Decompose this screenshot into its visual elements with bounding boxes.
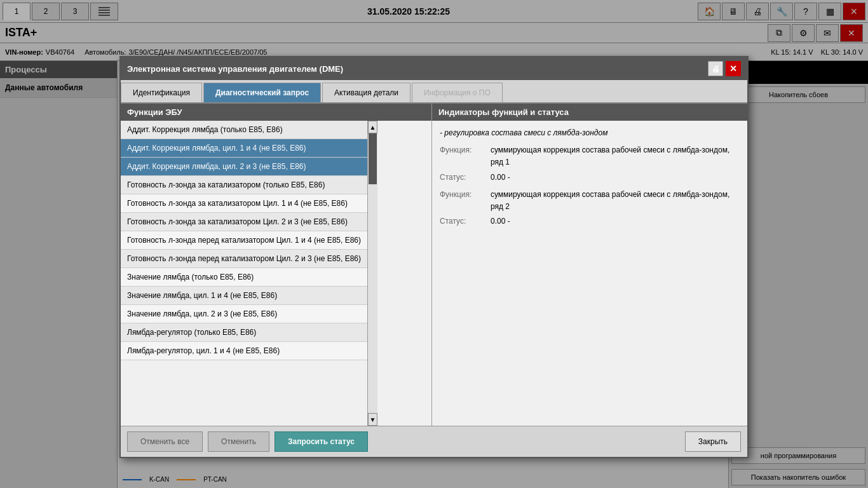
- list-item[interactable]: Готовность л-зонда за катализатором Цил.…: [121, 194, 367, 213]
- list-item[interactable]: Лямбда-регулятор (только E85, E86): [121, 323, 367, 342]
- info-func-value-1: суммирующая коррекция состава рабочей см…: [491, 144, 740, 168]
- modal-close-btn[interactable]: ✕: [726, 61, 741, 76]
- info-func-label-1: Функция:: [440, 144, 491, 168]
- list-item[interactable]: Готовность л-зонда перед катализатором Ц…: [121, 231, 367, 250]
- footer-right: Закрыть: [685, 431, 741, 452]
- info-func-label-2: Функция:: [440, 189, 491, 213]
- info-subtitle: - регулировка состава смеси с лямбда-зон…: [440, 127, 740, 139]
- modal-body: Функции ЭБУ Аддит. Коррекция лямбда (тол…: [121, 104, 747, 426]
- modal-overlay: Электронная система управления двигателе…: [0, 0, 868, 488]
- info-func-value-2: суммирующая коррекция состава рабочей см…: [491, 189, 740, 213]
- list-item[interactable]: Значение лямбда, цил. 2 и 3 (не E85, E86…: [121, 305, 367, 323]
- func-list-section: Функции ЭБУ Аддит. Коррекция лямбда (тол…: [121, 104, 432, 426]
- func-list: Аддит. Коррекция лямбда (только E85, E86…: [121, 121, 367, 426]
- list-item[interactable]: Аддит. Коррекция лямбда, цил. 1 и 4 (не …: [121, 139, 367, 158]
- tab-diagnostic[interactable]: Диагностический запрос: [203, 83, 321, 102]
- info-func-row-2: Функция: суммирующая коррекция состава р…: [440, 189, 740, 213]
- scroll-track: [368, 133, 377, 413]
- modal-print-btn[interactable]: 🖨: [708, 61, 723, 76]
- modal-tabs: Идентификация Диагностический запрос Акт…: [121, 80, 747, 104]
- modal-header: Электронная система управления двигателе…: [121, 57, 747, 80]
- modal-dialog: Электронная система управления двигателе…: [119, 56, 749, 458]
- scroll-down-btn[interactable]: ▼: [368, 413, 377, 426]
- modal-footer: Отменить все Отменить Запросить статус З…: [121, 426, 747, 457]
- info-content: - регулировка состава смеси с лямбда-зон…: [432, 121, 747, 239]
- info-header: Индикаторы функций и статуса: [432, 104, 747, 121]
- scroll-up-btn[interactable]: ▲: [368, 121, 377, 133]
- scroll-thumb[interactable]: [369, 133, 377, 184]
- footer-left: Отменить все Отменить Запросить статус: [127, 431, 368, 452]
- list-with-scroll: Аддит. Коррекция лямбда (только E85, E86…: [121, 121, 431, 426]
- func-list-header: Функции ЭБУ: [121, 104, 431, 121]
- list-item[interactable]: Готовность л-зонда за катализатором Цил.…: [121, 213, 367, 231]
- cancel-btn[interactable]: Отменить: [208, 431, 269, 452]
- close-btn[interactable]: Закрыть: [685, 431, 741, 452]
- list-item[interactable]: Лямбда-регулятор, цил. 1 и 4 (не E85, E8…: [121, 342, 367, 360]
- info-status-label-1: Статус:: [440, 172, 491, 184]
- func-scrollbar: ▲ ▼: [367, 121, 377, 426]
- request-status-btn[interactable]: Запросить статус: [275, 431, 368, 452]
- info-status-label-2: Статус:: [440, 215, 491, 227]
- list-item[interactable]: Готовность л-зонда перед катализатором Ц…: [121, 250, 367, 268]
- list-item[interactable]: Аддит. Коррекция лямбда, цил. 2 и 3 (не …: [121, 158, 367, 176]
- list-item[interactable]: Значение лямбда, цил. 1 и 4 (не E85, E86…: [121, 287, 367, 305]
- tab-activation[interactable]: Активация детали: [322, 83, 410, 102]
- tab-info: Информация о ПО: [412, 83, 503, 102]
- list-item[interactable]: Значение лямбда (только E85, E86): [121, 268, 367, 287]
- info-status-row-2: Статус: 0.00 -: [440, 215, 740, 227]
- info-status-value-2: 0.00 -: [491, 215, 740, 227]
- list-item[interactable]: Готовность л-зонда за катализатором (тол…: [121, 176, 367, 194]
- info-func-row-1: Функция: суммирующая коррекция состава р…: [440, 144, 740, 168]
- list-item[interactable]: Аддит. Коррекция лямбда (только E85, E86…: [121, 121, 367, 139]
- tab-identification[interactable]: Идентификация: [121, 83, 202, 102]
- info-status-value-1: 0.00 -: [491, 172, 740, 184]
- modal-title: Электронная система управления двигателе…: [127, 64, 343, 74]
- info-status-row-1: Статус: 0.00 -: [440, 172, 740, 184]
- info-section: Индикаторы функций и статуса - регулиров…: [432, 104, 747, 426]
- cancel-all-btn[interactable]: Отменить все: [127, 431, 203, 452]
